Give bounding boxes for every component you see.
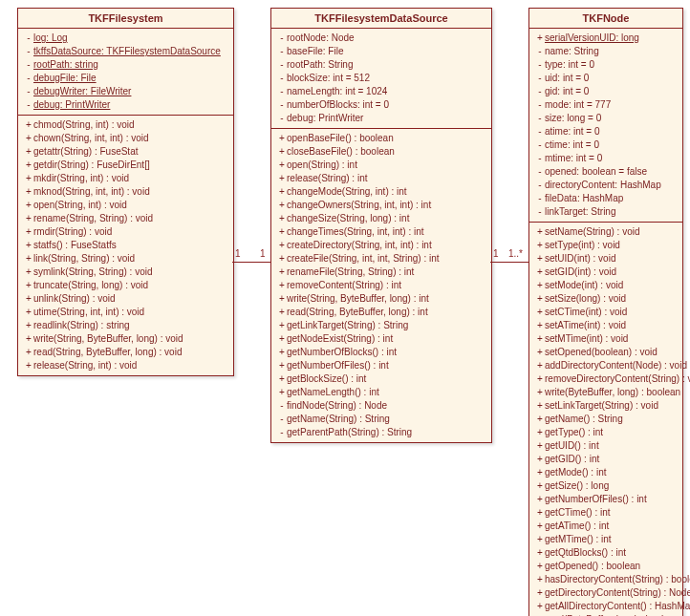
- visibility: -: [535, 138, 545, 152]
- operations-section: +openBaseFile() : boolean+closeBaseFile(…: [271, 129, 491, 442]
- operation-row: +setGID(int) : void: [535, 266, 677, 279]
- attribute-row: -numberOfBlocks: int = 0: [277, 98, 485, 112]
- operation-row: +release(String, int) : void: [24, 359, 227, 372]
- visibility: -: [24, 58, 33, 72]
- visibility: +: [277, 332, 287, 346]
- operation-row: +release(String) : int: [277, 172, 485, 185]
- attribute-row: -uid: int = 0: [535, 72, 677, 85]
- operation-text: statfs() : FuseStatfs: [33, 240, 117, 250]
- operation-text: setLinkTarget(String) : void: [545, 400, 658, 411]
- visibility: +: [277, 252, 287, 266]
- visibility: +: [535, 225, 545, 239]
- visibility: +: [24, 225, 33, 239]
- visibility: -: [535, 125, 545, 138]
- operation-row: +getCTime() : int: [535, 506, 677, 520]
- visibility: -: [535, 205, 545, 219]
- visibility: +: [277, 279, 287, 292]
- operation-row: +symlink(String, String) : void: [24, 266, 227, 279]
- visibility: +: [24, 279, 33, 292]
- visibility: +: [277, 319, 287, 332]
- operation-text: findNode(String) : Node: [287, 400, 387, 411]
- operation-row: +removeContent(String) : int: [277, 279, 485, 292]
- operation-text: open(String, int) : void: [33, 200, 127, 210]
- operation-row: +getQtdBlocks() : int: [535, 546, 677, 560]
- visibility: +: [535, 319, 545, 332]
- attribute-row: -directoryContent: HashMap: [535, 179, 677, 192]
- visibility: -: [277, 399, 287, 413]
- operation-text: hasDirectoryContent(String) : boolean: [545, 574, 690, 584]
- operation-text: createDirectory(String, int, int) : int: [287, 240, 432, 250]
- visibility: +: [535, 252, 545, 266]
- operation-row: +getLinkTarget(String) : String: [277, 319, 485, 332]
- visibility: +: [24, 132, 33, 145]
- visibility: +: [535, 413, 545, 426]
- operation-row: +getSize() : long: [535, 479, 677, 493]
- attribute-row: -log: Log: [24, 32, 227, 45]
- attribute-row: -blockSize: int = 512: [277, 72, 485, 85]
- operation-text: getOpened() : boolean: [545, 561, 640, 571]
- operation-text: symlink(String, String) : void: [33, 266, 152, 277]
- visibility: +: [24, 346, 33, 359]
- association-line: [490, 262, 528, 263]
- class-title: TKFNode: [529, 9, 682, 29]
- visibility: +: [535, 560, 545, 573]
- visibility: +: [535, 546, 545, 560]
- attribute-text: mode: int = 777: [545, 99, 611, 110]
- visibility: +: [535, 346, 545, 359]
- operation-row: +getName() : String: [535, 413, 677, 426]
- visibility: +: [535, 372, 545, 386]
- visibility: +: [24, 266, 33, 279]
- operation-text: getGID() : int: [545, 454, 599, 464]
- attributes-section: +serialVersionUID: long-name: String-typ…: [529, 29, 682, 223]
- operation-text: unlink(String) : void: [33, 293, 116, 304]
- operation-row: +getNumberOfFiles() : int: [277, 359, 485, 372]
- attribute-row: -debug: PrintWriter: [277, 112, 485, 125]
- attribute-text: name: String: [545, 46, 599, 56]
- attributes-section: -log: Log-tkffsDataSource: TKFFilesystem…: [18, 29, 233, 116]
- visibility: +: [277, 172, 287, 185]
- attribute-row: -nameLength: int = 1024: [277, 85, 485, 98]
- visibility: -: [277, 112, 287, 125]
- operation-text: utime(String, int, int) : void: [33, 307, 144, 317]
- operation-text: setOpened(boolean) : void: [545, 347, 658, 357]
- multiplicity-left: 1: [235, 248, 241, 259]
- visibility: -: [277, 426, 287, 439]
- visibility: +: [277, 159, 287, 172]
- operation-text: setType(int) : void: [545, 240, 620, 250]
- visibility: +: [277, 372, 287, 386]
- operation-row: +createFile(String, int, int, String) : …: [277, 252, 485, 266]
- attribute-row: -debugFile: File: [24, 72, 227, 85]
- operation-row: +hasDirectoryContent(String) : boolean: [535, 573, 677, 586]
- operation-text: mkdir(String, int) : void: [33, 173, 129, 183]
- operation-row: +changeSize(String, long) : int: [277, 212, 485, 225]
- operation-row: +renameFile(String, String) : int: [277, 266, 485, 279]
- attribute-text: debugFile: File: [33, 73, 97, 83]
- operation-text: setMode(int) : void: [545, 280, 623, 290]
- operation-row: +rmdir(String) : void: [24, 225, 227, 239]
- operation-row: +open(String, int) : void: [24, 199, 227, 212]
- operation-row: +addDirectoryContent(Node) : void: [535, 359, 677, 372]
- operation-text: getName(String) : String: [287, 414, 390, 424]
- operation-row: +read(String, ByteBuffer, long) : void: [24, 346, 227, 359]
- attributes-section: -rootNode: Node-baseFile: File-rootPath:…: [271, 29, 491, 129]
- operation-text: getQtdBlocks() : int: [545, 547, 626, 558]
- visibility: +: [535, 506, 545, 520]
- visibility: +: [535, 533, 545, 546]
- class-title: TKFFilesystem: [18, 9, 233, 29]
- operation-text: removeContent(String) : int: [287, 280, 401, 290]
- attribute-text: opened: boolean = false: [545, 166, 647, 177]
- visibility: +: [24, 185, 33, 199]
- operation-text: getNumberOfFiles() : int: [545, 494, 647, 504]
- operation-row: +readlink(String) : string: [24, 319, 227, 332]
- operation-text: release(String, int) : void: [33, 360, 137, 371]
- operation-text: read(String, ByteBuffer, long) : int: [287, 307, 428, 317]
- visibility: -: [535, 45, 545, 58]
- visibility: +: [535, 426, 545, 439]
- visibility: +: [535, 439, 545, 453]
- operation-row: +getATime() : int: [535, 520, 677, 533]
- visibility: -: [24, 32, 33, 45]
- operation-row: +setATime(int) : void: [535, 319, 677, 332]
- attribute-row: +serialVersionUID: long: [535, 32, 677, 45]
- attribute-text: rootPath: string: [33, 59, 98, 70]
- attribute-text: fileData: HashMap: [545, 193, 623, 203]
